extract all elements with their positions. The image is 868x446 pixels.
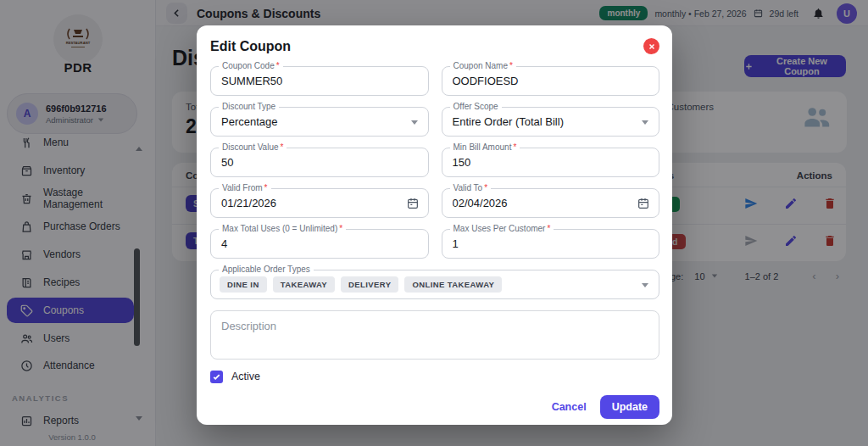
calendar-icon[interactable] bbox=[637, 197, 650, 210]
offer-scope-select[interactable]: Offer Scope Entire Order (Total Bill) bbox=[442, 107, 660, 137]
chevron-down-icon bbox=[642, 283, 648, 287]
coupon-code-input[interactable] bbox=[211, 67, 428, 95]
field-label: Applicable Order Types bbox=[219, 265, 314, 274]
field-label: Offer Scope bbox=[450, 102, 502, 111]
order-type-chip[interactable]: ONLINE TAKEAWAY bbox=[404, 276, 502, 293]
valid-to-input[interactable] bbox=[442, 189, 659, 217]
max-uses-per-customer-field[interactable]: Max Uses Per Customer* bbox=[442, 229, 660, 259]
coupon-name-field[interactable]: Coupon Name* bbox=[442, 66, 660, 96]
discount-value-field[interactable]: Discount Value* bbox=[210, 148, 429, 177]
valid-to-field[interactable]: Valid To* bbox=[442, 188, 660, 218]
active-checkbox-label: Active bbox=[231, 371, 260, 382]
coupon-code-field[interactable]: Coupon Code* bbox=[210, 66, 429, 96]
chevron-down-icon bbox=[642, 120, 648, 125]
applicable-order-types-select[interactable]: Applicable Order Types DINE IN TAKEAWAY … bbox=[210, 270, 659, 299]
check-icon bbox=[212, 372, 221, 382]
max-uses-per-customer-input[interactable] bbox=[442, 230, 659, 258]
cancel-button[interactable]: Cancel bbox=[552, 401, 587, 413]
close-icon bbox=[648, 42, 656, 51]
order-type-chip[interactable]: DELIVERY bbox=[341, 276, 398, 293]
max-total-uses-field[interactable]: Max Total Uses (0 = Unlimited)* bbox=[210, 229, 429, 259]
min-bill-amount-input[interactable] bbox=[442, 148, 659, 176]
description-textarea[interactable] bbox=[210, 310, 659, 360]
active-checkbox[interactable] bbox=[210, 371, 223, 383]
update-button[interactable]: Update bbox=[600, 395, 659, 419]
discount-value-input[interactable] bbox=[211, 148, 428, 176]
edit-coupon-modal: Edit Coupon Coupon Code* Coupon Name* Di… bbox=[197, 25, 672, 425]
close-modal-button[interactable] bbox=[643, 38, 659, 54]
calendar-icon[interactable] bbox=[406, 197, 420, 210]
coupon-name-input[interactable] bbox=[442, 67, 659, 95]
max-total-uses-input[interactable] bbox=[211, 230, 428, 258]
discount-type-select[interactable]: Discount Type Percentage bbox=[210, 107, 429, 137]
modal-title: Edit Coupon bbox=[210, 36, 291, 54]
offer-scope-value: Entire Order (Total Bill) bbox=[453, 115, 564, 128]
min-bill-amount-field[interactable]: Min Bill Amount* bbox=[442, 148, 660, 177]
order-type-chip[interactable]: TAKEAWAY bbox=[273, 276, 335, 293]
field-label: Discount Type bbox=[219, 102, 279, 111]
app-root: RESTAURANT PDR Menu Inventory Wastage Ma… bbox=[0, 0, 868, 446]
order-type-chip[interactable]: DINE IN bbox=[220, 276, 267, 293]
valid-from-input[interactable] bbox=[211, 189, 428, 217]
discount-type-value: Percentage bbox=[221, 115, 278, 128]
chevron-down-icon bbox=[411, 120, 418, 125]
valid-from-field[interactable]: Valid From* bbox=[210, 188, 429, 218]
